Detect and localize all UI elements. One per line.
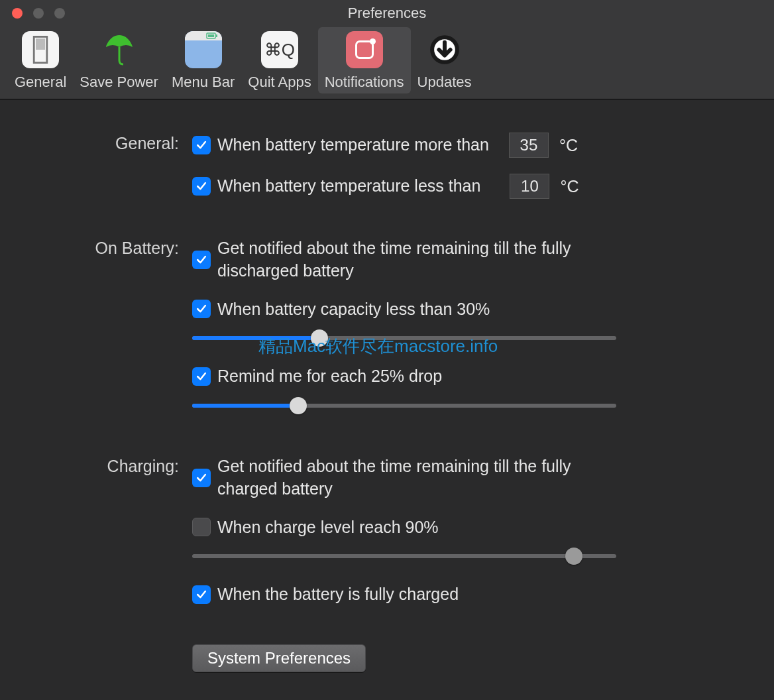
battery-icon: [206, 32, 218, 39]
section-label-charging: Charging:: [40, 455, 192, 606]
tab-label: Quit Apps: [248, 74, 311, 91]
tab-label: General: [15, 74, 66, 91]
checkbox-capacity[interactable]: [192, 300, 211, 318]
checkbox-charge-time[interactable]: [192, 469, 211, 487]
tab-label: Save Power: [80, 74, 158, 91]
svg-rect-5: [216, 34, 217, 37]
tab-quit-apps[interactable]: ⌘Q Quit Apps: [241, 27, 317, 93]
tab-label: Menu Bar: [172, 74, 235, 91]
label-temp-more: When battery temperature more than: [217, 134, 489, 156]
svg-rect-4: [208, 34, 214, 37]
checkbox-temp-less[interactable]: [192, 177, 211, 196]
input-temp-more[interactable]: [509, 133, 549, 158]
tab-menu-bar[interactable]: Menu Bar: [165, 27, 241, 93]
switch-icon: [22, 31, 59, 68]
download-icon: [429, 34, 461, 66]
close-window-button[interactable]: [12, 8, 23, 19]
slider-capacity[interactable]: [192, 329, 616, 347]
content-area: General: When battery temperature more t…: [0, 99, 774, 700]
svg-rect-1: [36, 38, 45, 50]
tab-save-power[interactable]: Save Power: [73, 27, 165, 93]
tab-label: Updates: [417, 74, 472, 91]
tab-label: Notifications: [325, 74, 404, 91]
tab-updates[interactable]: Updates: [411, 27, 478, 93]
minimize-window-button[interactable]: [33, 8, 44, 19]
slider-remind-drop[interactable]: [192, 397, 616, 414]
label-temp-less: When battery temperature less than: [217, 175, 480, 198]
checkbox-fully-charged[interactable]: [192, 585, 211, 604]
tab-general[interactable]: General: [8, 27, 73, 93]
label-remind-drop: Remind me for each 25% drop: [217, 365, 442, 388]
label-discharge-time: Get notified about the time remaining ti…: [217, 237, 615, 282]
checkbox-charge-level[interactable]: [192, 518, 211, 536]
checkbox-temp-more[interactable]: [192, 136, 211, 154]
label-capacity: When battery capacity less than 30%: [217, 298, 490, 321]
titlebar: Preferences: [0, 0, 774, 27]
label-charge-time: Get notified about the time remaining ti…: [217, 455, 615, 500]
umbrella-icon: [101, 31, 138, 68]
toolbar: General Save Power Menu Bar ⌘Q Quit Apps: [0, 27, 774, 99]
label-charge-level: When charge level reach 90%: [217, 516, 439, 539]
window-title: Preferences: [348, 5, 427, 22]
label-fully-charged: When the battery is fully charged: [217, 583, 459, 606]
slider-charge-level[interactable]: [192, 548, 616, 565]
zoom-window-button[interactable]: [54, 8, 65, 19]
checkbox-remind-drop[interactable]: [192, 367, 211, 386]
section-label-general: General:: [40, 133, 192, 199]
tab-notifications[interactable]: Notifications: [318, 27, 411, 93]
unit-temp-less: °C: [556, 177, 579, 196]
input-temp-less[interactable]: [510, 174, 549, 199]
command-q-icon: ⌘Q: [264, 40, 295, 60]
system-preferences-button[interactable]: System Preferences: [192, 644, 366, 672]
checkbox-discharge-time[interactable]: [192, 251, 211, 269]
section-label-on-battery: On Battery:: [40, 237, 192, 417]
unit-temp-more: °C: [555, 136, 578, 155]
